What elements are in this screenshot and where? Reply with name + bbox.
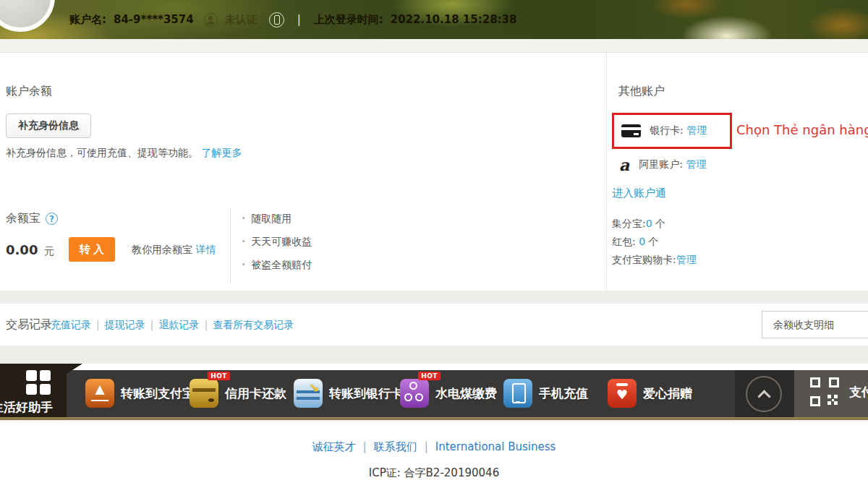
refund-records-link[interactable]: 退款记录	[158, 319, 199, 330]
bank-card-icon	[294, 379, 323, 408]
avatar[interactable]	[0, 0, 55, 32]
toolbar-item-credit-card-repay[interactable]: HOT 信用卡还款	[190, 379, 286, 408]
transactions-links: 充值记录|提现记录|退款记录|查看所有交易记录	[51, 319, 294, 332]
toolbar-item-transfer-alipay[interactable]: 转账到支付宝	[85, 379, 195, 408]
topbar-separator: |	[297, 13, 301, 26]
hongbao-label: 红包:	[612, 236, 636, 247]
yuebao-amount-row: 0.00 元	[6, 242, 54, 258]
bank-card-icon	[621, 124, 641, 137]
balance-title: 账户余额	[6, 84, 52, 99]
ali-account-label: 阿里账户:	[639, 158, 683, 170]
credit-card-icon: HOT	[190, 379, 218, 408]
top-photo-banner: 账户名: 84-9****3574 未认证 | 上次登录时间: 2022.10.…	[0, 0, 868, 39]
icp-license: ICP证: 合字B2-20190046	[0, 466, 868, 480]
shopping-card-row: 支付宝购物卡:管理	[612, 251, 697, 269]
column-divider	[606, 53, 607, 291]
hot-badge: HOT	[418, 372, 441, 380]
detail-link[interactable]: 详情	[195, 244, 216, 255]
transactions-section: 交易记录 充值记录|提现记录|退款记录|查看所有交易记录 余额收支明细	[0, 304, 868, 346]
yuebao-title: 余额宝	[6, 211, 41, 226]
bank-card-manage-link[interactable]: 管理	[686, 124, 707, 136]
jifenbao-value[interactable]: 0	[646, 218, 652, 229]
annotation-text: Chọn Thẻ ngân hàng	[736, 122, 868, 137]
recharge-records-link[interactable]: 充值记录	[51, 319, 91, 330]
phone-recharge-icon	[503, 379, 532, 408]
contact-us-link[interactable]: 联系我们	[374, 440, 417, 453]
bank-card-row: 银行卡: 管理	[650, 124, 707, 137]
balance-detail-button[interactable]: 余额收支明细	[762, 311, 868, 338]
bank-card-highlight-box: 银行卡: 管理	[612, 113, 732, 149]
grid-icon	[26, 370, 51, 395]
jifenbao-label: 集分宝:	[612, 218, 646, 229]
donation-icon	[608, 379, 637, 408]
section-gap	[0, 346, 868, 364]
shopping-card-manage-link[interactable]: 管理	[676, 254, 697, 265]
jifenbao-row: 集分宝:0 个	[612, 215, 697, 233]
ali-account-manage-link[interactable]: 管理	[686, 158, 706, 170]
help-icon[interactable]: ?	[46, 213, 58, 225]
toolbar-item-label: 爱心捐赠	[643, 385, 692, 402]
unverified-badge[interactable]: 未认证	[225, 13, 258, 27]
chevron-up-icon	[757, 390, 770, 403]
toolbar-item-label: 手机充值	[539, 385, 588, 402]
yuebao-divider	[230, 208, 231, 284]
footer-links: 诚征英才|联系我们|International Business	[0, 440, 868, 454]
person-icon	[204, 13, 218, 27]
withdraw-records-link[interactable]: 提现记录	[105, 319, 145, 330]
sub-banner-strip	[0, 39, 868, 53]
supplement-identity-button[interactable]: 补充身份信息	[6, 114, 91, 138]
bullet-item: 天天可赚收益	[242, 236, 312, 249]
supplement-desc-text: 补充身份信息，可使用充值、提现等功能。	[6, 147, 198, 158]
teach-text: 教你用余额宝	[132, 244, 192, 255]
toolbar-item-utilities[interactable]: HOT 水电煤缴费	[400, 379, 497, 408]
assistant-notch	[67, 364, 82, 374]
account-name-value: 84-9****3574	[114, 13, 194, 26]
bank-card-label: 银行卡:	[650, 124, 684, 136]
hongbao-value[interactable]: 0	[639, 236, 645, 247]
section-gap	[0, 291, 868, 304]
toolbar-item-label: 转账到银行卡	[329, 385, 403, 402]
life-assistant-label: 生活好助手	[0, 399, 78, 416]
collapse-toolbar-button[interactable]	[746, 376, 782, 412]
toolbar-item-label: 水电煤缴费	[435, 385, 497, 402]
toolbar-item-label: 信用卡还款	[225, 385, 286, 402]
international-business-link[interactable]: International Business	[435, 440, 556, 453]
quick-actions-toolbar: 生活好助手 转账到支付宝 HOT 信用卡还款 转账到银行卡 HOT 水电煤缴费 …	[0, 364, 868, 420]
hongbao-row: 红包: 0 个	[612, 233, 697, 251]
all-records-link[interactable]: 查看所有交易记录	[213, 319, 294, 330]
topbar: 账户名: 84-9****3574 未认证 | 上次登录时间: 2022.10.…	[69, 0, 516, 39]
jifenbao-unit: 个	[655, 218, 665, 229]
utilities-icon: HOT	[400, 379, 429, 408]
toolbar-item-donation[interactable]: 爱心捐赠	[608, 379, 692, 408]
last-login-value: 2022.10.18 15:28:38	[391, 13, 517, 26]
qr-label: 支付	[849, 384, 868, 401]
bullet-item: 随取随用	[242, 213, 312, 226]
qr-payment-block[interactable]: 支付	[809, 376, 868, 408]
yuebao-unit: 元	[44, 245, 54, 257]
qr-code-icon	[809, 376, 841, 408]
yuebao-section: 余额宝 ?	[6, 211, 58, 226]
mobile-icon[interactable]	[269, 12, 284, 27]
life-assistant-block[interactable]: 生活好助手	[0, 364, 67, 417]
link-separator: |	[96, 319, 100, 330]
footer: 诚征英才|联系我们|International Business ICP证: 合…	[0, 420, 868, 488]
careers-link[interactable]: 诚征英才	[312, 440, 356, 453]
yuebao-amount: 0.00	[6, 242, 38, 257]
link-separator: |	[425, 440, 428, 453]
toolbar-item-label: 转账到支付宝	[121, 385, 195, 402]
yuebao-teach-row: 教你用余额宝 详情	[132, 244, 216, 257]
toolbar-item-transfer-bank-card[interactable]: 转账到银行卡	[294, 379, 403, 408]
ali-account-row: a 阿里账户: 管理	[619, 158, 706, 171]
toolbar-item-phone-recharge[interactable]: 手机充值	[503, 379, 588, 408]
alipay-account-page: 账户名: 84-9****3574 未认证 | 上次登录时间: 2022.10.…	[0, 0, 868, 488]
link-separator: |	[150, 319, 154, 330]
yuebao-bullets: 随取随用 天天可赚收益 被盗全额赔付	[242, 213, 312, 282]
enter-account-link[interactable]: 进入账户通	[612, 187, 666, 200]
account-name-label: 账户名:	[69, 13, 106, 27]
hongbao-unit: 个	[649, 236, 659, 247]
learn-more-link[interactable]: 了解更多	[201, 147, 242, 158]
link-separator: |	[363, 440, 367, 453]
transfer-alipay-icon	[85, 379, 114, 408]
supplement-desc: 补充身份信息，可使用充值、提现等功能。 了解更多	[6, 147, 242, 160]
transfer-in-button[interactable]: 转 入	[69, 237, 115, 262]
